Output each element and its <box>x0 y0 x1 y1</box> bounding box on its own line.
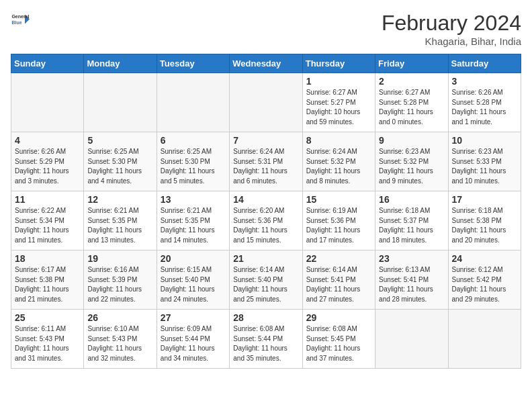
calendar-cell: 24Sunrise: 6:12 AM Sunset: 5:42 PM Dayli… <box>448 250 521 310</box>
calendar-cell: 10Sunrise: 6:23 AM Sunset: 5:33 PM Dayli… <box>448 132 521 191</box>
day-info: Sunrise: 6:14 AM Sunset: 5:41 PM Dayligh… <box>306 265 371 304</box>
day-number: 24 <box>452 253 517 264</box>
calendar-cell: 9Sunrise: 6:23 AM Sunset: 5:32 PM Daylig… <box>375 132 448 191</box>
calendar-cell: 23Sunrise: 6:13 AM Sunset: 5:41 PM Dayli… <box>375 250 448 310</box>
day-number: 11 <box>15 194 80 205</box>
weekday-header-wednesday: Wednesday <box>230 54 302 73</box>
calendar-cell: 7Sunrise: 6:24 AM Sunset: 5:31 PM Daylig… <box>230 132 302 191</box>
calendar-cell: 15Sunrise: 6:19 AM Sunset: 5:36 PM Dayli… <box>302 191 375 250</box>
day-number: 3 <box>452 76 517 87</box>
calendar-cell <box>230 73 302 132</box>
logo-icon: General Blue <box>11 11 30 30</box>
day-info: Sunrise: 6:25 AM Sunset: 5:30 PM Dayligh… <box>87 147 152 186</box>
day-info: Sunrise: 6:10 AM Sunset: 5:43 PM Dayligh… <box>87 324 152 363</box>
weekday-header-saturday: Saturday <box>448 54 521 73</box>
calendar-cell: 22Sunrise: 6:14 AM Sunset: 5:41 PM Dayli… <box>302 250 375 310</box>
day-number: 23 <box>379 253 444 264</box>
calendar-cell: 27Sunrise: 6:09 AM Sunset: 5:44 PM Dayli… <box>157 310 229 369</box>
calendar-table: SundayMondayTuesdayWednesdayThursdayFrid… <box>11 54 521 369</box>
day-info: Sunrise: 6:21 AM Sunset: 5:35 PM Dayligh… <box>87 206 152 245</box>
calendar-cell: 13Sunrise: 6:21 AM Sunset: 5:35 PM Dayli… <box>157 191 229 250</box>
day-number: 18 <box>15 253 80 264</box>
day-number: 13 <box>161 194 226 205</box>
day-number: 16 <box>379 194 444 205</box>
calendar-week-4: 18Sunrise: 6:17 AM Sunset: 5:38 PM Dayli… <box>11 250 521 310</box>
day-info: Sunrise: 6:18 AM Sunset: 5:37 PM Dayligh… <box>379 206 444 245</box>
day-number: 25 <box>15 312 80 323</box>
month-year: February 2024 <box>382 11 521 36</box>
calendar-cell: 25Sunrise: 6:11 AM Sunset: 5:43 PM Dayli… <box>11 310 84 369</box>
calendar-cell: 3Sunrise: 6:26 AM Sunset: 5:28 PM Daylig… <box>448 73 521 132</box>
calendar-cell: 11Sunrise: 6:22 AM Sunset: 5:34 PM Dayli… <box>11 191 84 250</box>
day-info: Sunrise: 6:08 AM Sunset: 5:44 PM Dayligh… <box>233 324 298 363</box>
calendar-cell <box>448 310 521 369</box>
calendar-cell: 28Sunrise: 6:08 AM Sunset: 5:44 PM Dayli… <box>230 310 302 369</box>
calendar-cell: 18Sunrise: 6:17 AM Sunset: 5:38 PM Dayli… <box>11 250 84 310</box>
calendar-cell: 1Sunrise: 6:27 AM Sunset: 5:27 PM Daylig… <box>302 73 375 132</box>
day-number: 1 <box>306 76 371 87</box>
calendar-cell: 4Sunrise: 6:26 AM Sunset: 5:29 PM Daylig… <box>11 132 84 191</box>
calendar-cell: 12Sunrise: 6:21 AM Sunset: 5:35 PM Dayli… <box>84 191 157 250</box>
day-number: 27 <box>161 312 226 323</box>
day-info: Sunrise: 6:26 AM Sunset: 5:29 PM Dayligh… <box>15 147 80 186</box>
calendar-cell <box>375 310 448 369</box>
calendar-cell <box>84 73 157 132</box>
day-info: Sunrise: 6:09 AM Sunset: 5:44 PM Dayligh… <box>161 324 226 363</box>
location: Khagaria, Bihar, India <box>382 36 521 47</box>
calendar-cell: 19Sunrise: 6:16 AM Sunset: 5:39 PM Dayli… <box>84 250 157 310</box>
day-info: Sunrise: 6:23 AM Sunset: 5:32 PM Dayligh… <box>379 147 444 186</box>
day-number: 21 <box>233 253 298 264</box>
page-header: General Blue February 2024 Khagaria, Bih… <box>11 11 521 47</box>
day-info: Sunrise: 6:12 AM Sunset: 5:42 PM Dayligh… <box>452 265 517 304</box>
calendar-cell <box>157 73 229 132</box>
day-info: Sunrise: 6:24 AM Sunset: 5:32 PM Dayligh… <box>306 147 371 186</box>
svg-text:Blue: Blue <box>11 20 21 25</box>
day-info: Sunrise: 6:16 AM Sunset: 5:39 PM Dayligh… <box>87 265 152 304</box>
day-info: Sunrise: 6:15 AM Sunset: 5:40 PM Dayligh… <box>161 265 226 304</box>
day-number: 19 <box>87 253 152 264</box>
day-info: Sunrise: 6:17 AM Sunset: 5:38 PM Dayligh… <box>15 265 80 304</box>
day-info: Sunrise: 6:20 AM Sunset: 5:36 PM Dayligh… <box>233 206 298 245</box>
day-number: 15 <box>306 194 371 205</box>
calendar-cell: 2Sunrise: 6:27 AM Sunset: 5:28 PM Daylig… <box>375 73 448 132</box>
day-number: 5 <box>87 135 152 146</box>
svg-text:General: General <box>11 14 29 19</box>
day-info: Sunrise: 6:13 AM Sunset: 5:41 PM Dayligh… <box>379 265 444 304</box>
calendar-week-5: 25Sunrise: 6:11 AM Sunset: 5:43 PM Dayli… <box>11 310 521 369</box>
calendar-cell: 20Sunrise: 6:15 AM Sunset: 5:40 PM Dayli… <box>157 250 229 310</box>
day-info: Sunrise: 6:22 AM Sunset: 5:34 PM Dayligh… <box>15 206 80 245</box>
calendar-cell: 16Sunrise: 6:18 AM Sunset: 5:37 PM Dayli… <box>375 191 448 250</box>
day-info: Sunrise: 6:25 AM Sunset: 5:30 PM Dayligh… <box>161 147 226 186</box>
title-block: February 2024 Khagaria, Bihar, India <box>382 11 521 47</box>
day-number: 14 <box>233 194 298 205</box>
calendar-week-2: 4Sunrise: 6:26 AM Sunset: 5:29 PM Daylig… <box>11 132 521 191</box>
day-info: Sunrise: 6:19 AM Sunset: 5:36 PM Dayligh… <box>306 206 371 245</box>
calendar-cell: 26Sunrise: 6:10 AM Sunset: 5:43 PM Dayli… <box>84 310 157 369</box>
day-info: Sunrise: 6:26 AM Sunset: 5:28 PM Dayligh… <box>452 88 517 127</box>
calendar-cell: 6Sunrise: 6:25 AM Sunset: 5:30 PM Daylig… <box>157 132 229 191</box>
day-number: 29 <box>306 312 371 323</box>
day-number: 8 <box>306 135 371 146</box>
calendar-cell: 5Sunrise: 6:25 AM Sunset: 5:30 PM Daylig… <box>84 132 157 191</box>
calendar-cell: 14Sunrise: 6:20 AM Sunset: 5:36 PM Dayli… <box>230 191 302 250</box>
day-info: Sunrise: 6:18 AM Sunset: 5:38 PM Dayligh… <box>452 206 517 245</box>
day-number: 12 <box>87 194 152 205</box>
day-info: Sunrise: 6:21 AM Sunset: 5:35 PM Dayligh… <box>161 206 226 245</box>
day-info: Sunrise: 6:11 AM Sunset: 5:43 PM Dayligh… <box>15 324 80 363</box>
calendar-cell: 21Sunrise: 6:14 AM Sunset: 5:40 PM Dayli… <box>230 250 302 310</box>
day-number: 22 <box>306 253 371 264</box>
day-number: 10 <box>452 135 517 146</box>
day-number: 9 <box>379 135 444 146</box>
weekday-header-thursday: Thursday <box>302 54 375 73</box>
day-number: 26 <box>87 312 152 323</box>
calendar-week-1: 1Sunrise: 6:27 AM Sunset: 5:27 PM Daylig… <box>11 73 521 132</box>
calendar-week-3: 11Sunrise: 6:22 AM Sunset: 5:34 PM Dayli… <box>11 191 521 250</box>
day-info: Sunrise: 6:27 AM Sunset: 5:27 PM Dayligh… <box>306 88 371 127</box>
day-number: 2 <box>379 76 444 87</box>
calendar-cell: 17Sunrise: 6:18 AM Sunset: 5:38 PM Dayli… <box>448 191 521 250</box>
calendar-cell: 29Sunrise: 6:08 AM Sunset: 5:45 PM Dayli… <box>302 310 375 369</box>
weekday-header-friday: Friday <box>375 54 448 73</box>
calendar-cell: 8Sunrise: 6:24 AM Sunset: 5:32 PM Daylig… <box>302 132 375 191</box>
day-info: Sunrise: 6:24 AM Sunset: 5:31 PM Dayligh… <box>233 147 298 186</box>
day-info: Sunrise: 6:08 AM Sunset: 5:45 PM Dayligh… <box>306 324 371 363</box>
